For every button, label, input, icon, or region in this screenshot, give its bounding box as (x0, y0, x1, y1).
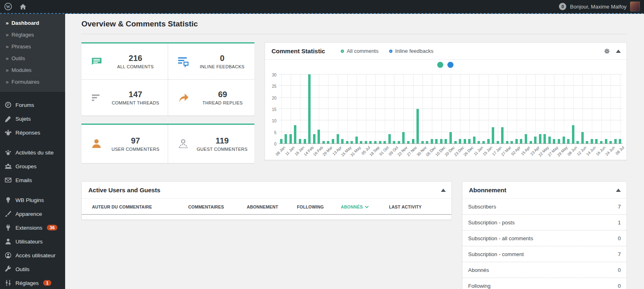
chart-plot-area: 08 Jan11 Jan16 Jan14 Feb16 Feb29 Mar13 A… (279, 69, 622, 144)
active-users-panel-title: Active Users and Guests (88, 187, 160, 193)
chart-slot: 30 Nov (420, 69, 425, 143)
sidebar-item-réponses[interactable]: Réponses (0, 126, 65, 139)
sidebar-item-sujets[interactable]: Sujets (0, 112, 65, 126)
sidebar-item-emails[interactable]: Emails (0, 173, 65, 187)
chart-bar (534, 137, 537, 143)
chart-slot (425, 69, 429, 143)
avatar[interactable] (630, 2, 640, 11)
sidebar-item-wb-plugins[interactable]: WB Plugins (0, 193, 65, 207)
chart-bar (614, 139, 617, 143)
chart-bar (449, 132, 452, 143)
collapse-icon[interactable] (616, 50, 621, 53)
sidebar-item-outils[interactable]: »Outils (0, 52, 65, 64)
subscription-label: Following (468, 283, 491, 289)
sidebar-item-phrases[interactable]: »Phrases (0, 41, 65, 52)
sidebar-item-dashboard[interactable]: »Dashboard (0, 17, 65, 29)
chart-slot: 16 Feb (317, 69, 322, 143)
main-content: Overview & Comments Statistic 216 ALL CO… (65, 14, 644, 289)
subscription-row-subscription-all-comments[interactable]: Subscription - all comments0 (462, 230, 626, 246)
title-divider (81, 34, 627, 34)
chart-slot (359, 69, 364, 143)
gear-icon[interactable] (604, 48, 610, 54)
chart-bar (294, 125, 296, 143)
column-header-abonnement[interactable]: ABONNEMENT (247, 204, 297, 209)
subscription-label: Subscription - all comments (468, 235, 533, 241)
sidebar-item-réglages[interactable]: Réglages1 (0, 276, 65, 289)
chart-bar (482, 141, 485, 143)
y-tick-label: 10 (272, 119, 276, 123)
chart-slot (604, 69, 609, 143)
legend-radio-all-comments[interactable]: All comments (341, 48, 379, 54)
chart-slot (528, 69, 533, 143)
column-header-commentaires[interactable]: COMMENTAIRES (188, 204, 247, 209)
sidebar-item-utilisateurs[interactable]: Utilisateurs (0, 235, 65, 248)
sidebar-item-formulaires[interactable]: »Formulaires (0, 76, 65, 88)
column-header-auteur-du-commentaire[interactable]: AUTEUR DU COMMENTAIRE (92, 204, 188, 209)
chart-y-axis: 051015202530 (268, 69, 279, 144)
bullet: » (6, 43, 9, 50)
chart-bar (553, 139, 555, 143)
chart-slot: 24 Jun (608, 69, 613, 143)
stat-label: GUEST COMMENTERS (197, 147, 248, 152)
column-header-abonnés[interactable]: ABONNÉS (341, 204, 389, 209)
sidebar-item-réglages[interactable]: »Réglages (0, 29, 65, 41)
wordpress-logo-icon[interactable]: W (4, 2, 12, 11)
chart-bar (506, 141, 508, 143)
sidebar-item-groupes[interactable]: Groupes (0, 159, 65, 173)
collapse-icon[interactable] (616, 189, 621, 192)
column-header-last-activity[interactable]: LAST ACTIVITY (389, 204, 443, 209)
subscription-row-subscription-posts[interactable]: Subscription - posts1 (462, 215, 626, 230)
chart-slot (302, 69, 307, 143)
subscription-row-abonnés[interactable]: Abonnés0 (462, 262, 626, 278)
y-tick-label: 15 (272, 107, 276, 112)
chart-slot (415, 69, 420, 143)
thread-replies-icon (177, 91, 190, 104)
column-header-following[interactable]: FOLLOWING (297, 204, 341, 209)
legend-radio-inline-feedbacks[interactable]: Inline feedbacks (389, 48, 434, 54)
stat-value: 147 (110, 90, 161, 99)
chart-slot (284, 69, 289, 143)
bullet: » (6, 67, 9, 73)
chart-legend-dot[interactable] (437, 62, 443, 68)
subscription-row-following[interactable]: Following0 (462, 278, 626, 289)
subscription-row-subscribers[interactable]: Subscribers7 (462, 199, 626, 215)
chart-bar (525, 134, 527, 143)
chart-slot (613, 69, 618, 143)
sidebar-item-extensions[interactable]: Extensions36 (0, 221, 65, 235)
chart-slot: 14 Feb (307, 69, 312, 143)
chart-bar (426, 141, 428, 143)
chart-bar (289, 134, 292, 143)
home-icon[interactable] (19, 2, 27, 11)
stat-comment-threads: 147 COMMENT THREADS (81, 80, 168, 116)
sidebar-item-activités-du-site[interactable]: Activités du site (0, 146, 65, 159)
chart-bar (487, 139, 490, 143)
chart-bar (563, 137, 565, 143)
chart-slot: 16 Jan (298, 69, 302, 143)
chart-slot (378, 69, 383, 143)
sidebar-item-forums[interactable]: Forums (0, 98, 65, 112)
chart-legend-dot[interactable] (447, 62, 453, 68)
chart-slot: 08 Jan (279, 69, 284, 143)
chart-bar (285, 134, 287, 143)
chart-slot: 05 Dec (429, 69, 434, 143)
sidebar-item-outils[interactable]: Outils (0, 262, 65, 276)
stat-value: 0 (197, 54, 248, 63)
subscription-label: Abonnés (468, 267, 489, 273)
chart-slot: 31 May (354, 69, 359, 143)
sidebar-item-modules[interactable]: »Modules (0, 64, 65, 76)
comment-threads-icon (90, 91, 103, 104)
collapse-icon[interactable] (441, 189, 446, 192)
account-greeting[interactable]: Bonjour, Maxime Malfoy (570, 4, 626, 10)
notification-count-badge[interactable]: 0 (559, 3, 566, 10)
chart-slot (321, 69, 326, 143)
chart-bar (337, 134, 339, 143)
stat-label: INLINE FEEDBACKS (197, 64, 248, 69)
chart-bar (445, 139, 447, 143)
chart-bar (548, 137, 551, 143)
subscription-row-subscription-comment[interactable]: Subscription - comment7 (462, 246, 626, 262)
all-comments-icon (90, 55, 103, 67)
subscription-value: 1 (618, 219, 621, 226)
chart-slot: 27 May (552, 69, 557, 143)
sidebar-item-apparence[interactable]: Apparence (0, 207, 65, 221)
sidebar-item-accès-utilisateur[interactable]: Accès utilisateur (0, 248, 65, 262)
